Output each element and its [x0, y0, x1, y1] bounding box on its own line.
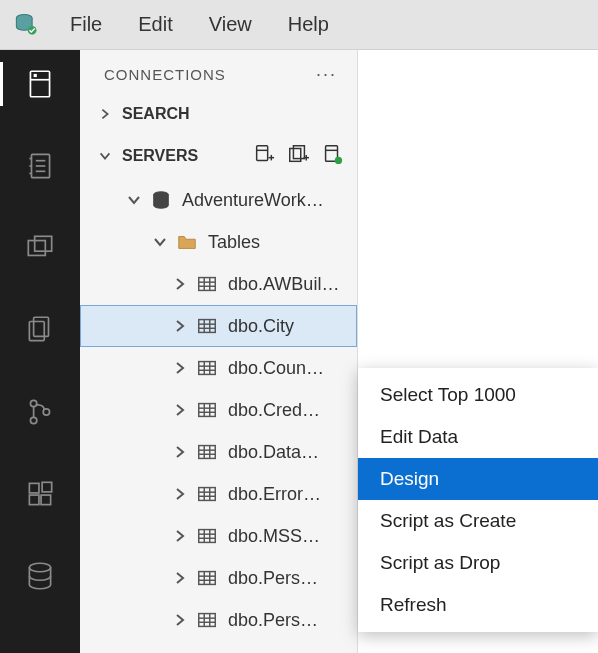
section-servers[interactable]: SERVERS: [80, 133, 357, 179]
svg-rect-28: [290, 149, 301, 162]
activity-source-control[interactable]: [18, 390, 62, 434]
new-connection-icon[interactable]: [253, 143, 275, 169]
svg-rect-29: [293, 146, 304, 159]
svg-point-17: [30, 417, 36, 423]
context-menu: Select Top 1000 Edit Data Design Script …: [358, 368, 598, 632]
svg-rect-76: [199, 614, 216, 627]
svg-point-34: [335, 157, 342, 164]
svg-rect-20: [29, 495, 39, 505]
svg-rect-13: [35, 236, 52, 251]
server-actions: [253, 143, 343, 169]
server-tree: AdventureWork… Tables dbo.AWBuil… dbo.Ci…: [80, 179, 357, 653]
menu-help[interactable]: Help: [282, 9, 335, 40]
activity-windows[interactable]: [18, 226, 62, 270]
tree-table-row[interactable]: dbo.Error…: [80, 473, 357, 515]
svg-rect-12: [28, 241, 45, 256]
tree-table-row[interactable]: dbo.Pers…: [80, 599, 357, 641]
ctx-script-drop[interactable]: Script as Drop: [358, 542, 598, 584]
table-icon: [196, 315, 218, 337]
tree-table-label: dbo.City: [228, 316, 294, 337]
activity-database[interactable]: [18, 554, 62, 598]
tree-table-row[interactable]: dbo.AWBuil…: [80, 263, 357, 305]
activity-connections[interactable]: [18, 62, 62, 106]
svg-point-16: [30, 400, 36, 406]
menu-edit[interactable]: Edit: [132, 9, 178, 40]
tree-database[interactable]: AdventureWork…: [80, 179, 357, 221]
tree-table-label: dbo.MSS…: [228, 526, 320, 547]
section-search[interactable]: SEARCH: [80, 95, 357, 133]
tree-table-row[interactable]: dbo.Coun…: [80, 347, 357, 389]
section-search-label: SEARCH: [122, 105, 190, 123]
svg-rect-19: [29, 483, 39, 493]
tree-table-label: dbo.Pers…: [228, 568, 318, 589]
svg-rect-14: [34, 317, 49, 336]
tree-folder-label: Tables: [208, 232, 260, 253]
menu-file[interactable]: File: [64, 9, 108, 40]
folder-icon: [176, 231, 198, 253]
tree-table-row[interactable]: dbo.Pers…: [80, 557, 357, 599]
svg-rect-24: [257, 146, 268, 161]
menu-view[interactable]: View: [203, 9, 258, 40]
svg-rect-71: [199, 572, 216, 585]
svg-rect-61: [199, 488, 216, 501]
table-icon: [196, 273, 218, 295]
svg-rect-22: [42, 482, 52, 492]
svg-point-23: [29, 563, 50, 572]
tree-table-label: dbo.Error…: [228, 484, 321, 505]
ctx-script-create[interactable]: Script as Create: [358, 500, 598, 542]
tree-table-label: dbo.Data…: [228, 442, 319, 463]
table-icon: [196, 399, 218, 421]
svg-rect-66: [199, 530, 216, 543]
tree-table-label: dbo.AWBuil…: [228, 274, 339, 295]
ctx-edit-data[interactable]: Edit Data: [358, 416, 598, 458]
svg-rect-15: [29, 322, 44, 341]
activity-notebooks[interactable]: [18, 144, 62, 188]
panel-header: CONNECTIONS ···: [80, 50, 357, 95]
tree-table-row[interactable]: dbo.City: [80, 305, 357, 347]
ctx-refresh[interactable]: Refresh: [358, 584, 598, 626]
new-group-icon[interactable]: [287, 143, 309, 169]
tree-table-label: dbo.Cred…: [228, 400, 320, 421]
svg-rect-46: [199, 362, 216, 375]
ctx-select-top-1000[interactable]: Select Top 1000: [358, 374, 598, 416]
database-icon: [150, 189, 172, 211]
activity-extensions[interactable]: [18, 472, 62, 516]
tree-table-label: dbo.Coun…: [228, 358, 324, 379]
tree-table-label: dbo.Pers…: [228, 610, 318, 631]
activity-bar: [0, 50, 80, 653]
side-panel: CONNECTIONS ··· SEARCH SERVERS: [80, 50, 358, 653]
tree-table-row[interactable]: dbo.Data…: [80, 431, 357, 473]
activity-explorer[interactable]: [18, 308, 62, 352]
tree-table-row[interactable]: dbo.MSS…: [80, 515, 357, 557]
svg-rect-21: [41, 495, 51, 505]
panel-title: CONNECTIONS: [104, 66, 226, 83]
table-icon: [196, 483, 218, 505]
svg-rect-41: [199, 320, 216, 333]
svg-rect-2: [30, 71, 49, 97]
svg-rect-56: [199, 446, 216, 459]
table-icon: [196, 609, 218, 631]
table-icon: [196, 525, 218, 547]
ctx-design[interactable]: Design: [358, 458, 598, 500]
menubar: File Edit View Help: [0, 0, 598, 50]
table-icon: [196, 441, 218, 463]
connection-status-icon[interactable]: [321, 143, 343, 169]
table-icon: [196, 567, 218, 589]
section-servers-label: SERVERS: [122, 147, 198, 165]
tree-database-label: AdventureWork…: [182, 190, 324, 211]
svg-rect-4: [34, 74, 37, 77]
svg-rect-36: [199, 278, 216, 291]
panel-more-icon[interactable]: ···: [316, 64, 337, 85]
app-icon: [12, 11, 40, 39]
svg-rect-51: [199, 404, 216, 417]
tree-folder-tables[interactable]: Tables: [80, 221, 357, 263]
tree-table-row[interactable]: dbo.Cred…: [80, 389, 357, 431]
table-icon: [196, 357, 218, 379]
